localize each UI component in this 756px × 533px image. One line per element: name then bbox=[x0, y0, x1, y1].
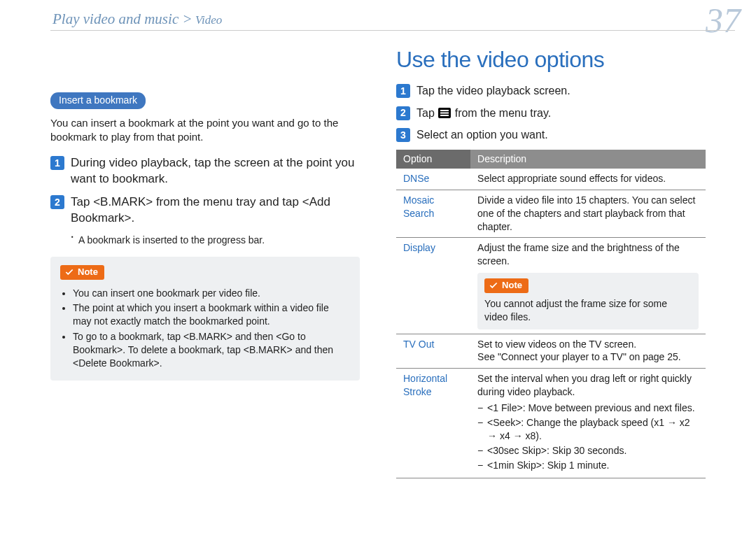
opt-dnse: DNSe bbox=[396, 169, 470, 190]
section-title: Use the video options bbox=[396, 45, 706, 75]
step-text: During video playback, tap the screen at… bbox=[71, 155, 360, 187]
desc-tvout: Set to view videos on the TV screen. See… bbox=[470, 334, 706, 369]
desc-hstroke: Set the interval when you drag left or r… bbox=[470, 369, 706, 478]
desc-display: Adjust the frame size and the brightness… bbox=[470, 238, 706, 334]
page-number: 37 bbox=[706, 0, 741, 45]
breadcrumb: Play video and music > Video bbox=[52, 9, 222, 29]
right-step-3: 3 Select an option you want. bbox=[396, 127, 706, 143]
step-badge-3: 3 bbox=[396, 128, 410, 142]
hstroke-item: <30sec Skip>: Skip 30 seconds. bbox=[477, 444, 699, 457]
opt-tvout: TV Out bbox=[396, 334, 470, 369]
step-text: Tap the video playback screen. bbox=[416, 83, 706, 99]
note-label: Note bbox=[78, 266, 98, 278]
check-icon bbox=[64, 267, 74, 277]
note-box: Note You can insert one bookmark per vid… bbox=[50, 257, 360, 381]
step-text: Tap from the menu tray. bbox=[416, 106, 706, 121]
table-row: DNSe Select appropriate sound effects fo… bbox=[396, 169, 706, 190]
left-column: Insert a bookmark You can insert a bookm… bbox=[50, 45, 360, 533]
note-list: You can insert one bookmark per video fi… bbox=[60, 287, 349, 370]
breadcrumb-sub: Video bbox=[192, 13, 223, 27]
step-badge-2: 2 bbox=[50, 195, 64, 209]
desc-dnse: Select appropriate sound effects for vid… bbox=[470, 169, 706, 190]
check-icon bbox=[489, 280, 498, 290]
hstroke-intro: Set the interval when you drag left or r… bbox=[477, 372, 699, 399]
page: Play video and music > Video 37 Insert a… bbox=[0, 0, 756, 533]
col-header-option: Option bbox=[396, 150, 470, 169]
step-text: Tap <B.MARK> from the menu tray and tap … bbox=[71, 194, 360, 227]
breadcrumb-main: Play video and music > bbox=[52, 10, 192, 27]
options-table: Option Description DNSe Select appropria… bbox=[396, 150, 706, 478]
right-step-2: 2 Tap from the menu tray. bbox=[396, 106, 706, 121]
step-badge-1: 1 bbox=[50, 156, 64, 170]
note-item: You can insert one bookmark per video fi… bbox=[73, 287, 349, 300]
step2-post: from the menu tray. bbox=[451, 107, 551, 119]
desc-mosaic: Divide a video file into 15 chapters. Yo… bbox=[470, 190, 706, 238]
col-header-desc: Description bbox=[470, 150, 706, 169]
left-step-2: 2 Tap <B.MARK> from the menu tray and ta… bbox=[50, 194, 360, 227]
note-badge: Note bbox=[484, 278, 528, 293]
note-badge: Note bbox=[60, 265, 104, 280]
menu-icon bbox=[438, 108, 451, 118]
table-header-row: Option Description bbox=[396, 150, 706, 169]
opt-display: Display bbox=[396, 238, 470, 334]
hstroke-item: <Seek>: Change the playback speed (x1 → … bbox=[477, 416, 699, 443]
opt-hstroke: Horizontal Stroke bbox=[396, 369, 470, 478]
step-badge-2: 2 bbox=[396, 106, 410, 120]
step-badge-1: 1 bbox=[396, 84, 410, 98]
right-step-1: 1 Tap the video playback screen. bbox=[396, 83, 706, 99]
hstroke-item: <1min Skip>: Skip 1 minute. bbox=[477, 459, 699, 472]
opt-mosaic: Mosaic Search bbox=[396, 190, 470, 238]
note-label: Note bbox=[502, 279, 522, 292]
intro-text: You can insert a bookmark at the point y… bbox=[50, 116, 360, 145]
right-column: Use the video options 1 Tap the video pl… bbox=[396, 45, 706, 533]
sub-bullets: A bookmark is inserted to the progress b… bbox=[50, 234, 360, 247]
step2-pre: Tap bbox=[416, 107, 438, 119]
note-text: You cannot adjust the frame size for som… bbox=[484, 297, 690, 324]
step-text: Select an option you want. bbox=[416, 127, 706, 143]
table-row: Mosaic Search Divide a video file into 1… bbox=[396, 190, 706, 238]
sub-bullet: A bookmark is inserted to the progress b… bbox=[71, 234, 360, 247]
table-row: Horizontal Stroke Set the interval when … bbox=[396, 369, 706, 478]
table-row: Display Adjust the frame size and the br… bbox=[396, 238, 706, 334]
tvout-line1: Set to view videos on the TV screen. bbox=[477, 338, 699, 351]
insert-bookmark-pill: Insert a bookmark bbox=[50, 92, 146, 109]
display-note-box: Note You cannot adjust the frame size fo… bbox=[477, 273, 699, 329]
left-step-1: 1 During video playback, tap the screen … bbox=[50, 155, 360, 187]
note-item: To go to a bookmark, tap <B.MARK> and th… bbox=[73, 330, 349, 370]
note-item: The point at which you insert a bookmark… bbox=[73, 301, 349, 328]
hstroke-list: <1 File>: Move between previous and next… bbox=[477, 401, 699, 471]
content-columns: Insert a bookmark You can insert a bookm… bbox=[50, 45, 706, 533]
hstroke-item: <1 File>: Move between previous and next… bbox=[477, 401, 699, 415]
header-rule bbox=[50, 30, 735, 31]
tvout-line2: See "Connect your player to a TV" on pag… bbox=[477, 350, 699, 364]
table-row: TV Out Set to view videos on the TV scre… bbox=[396, 334, 706, 369]
desc-display-text: Adjust the frame size and the brightness… bbox=[477, 241, 699, 268]
